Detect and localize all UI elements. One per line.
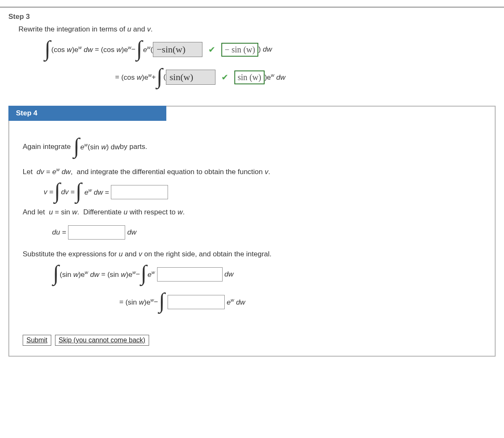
answer-box-1[interactable]: −sin(w): [153, 42, 202, 57]
step4-srow2: = (sin w)ew − ∫ ew dw: [52, 290, 481, 314]
integral-icon: ∫: [158, 293, 165, 308]
integral-icon: ∫: [75, 183, 82, 198]
step4-substitute: Substitute the expressions for u and v o…: [23, 250, 481, 258]
step3-equation-2: = (cos w)ew + ∫ ( sin(w) ✔ sin (w) )ew d…: [44, 65, 496, 89]
step4-let-dv: Let dv = ew dw, and integrate the differ…: [23, 167, 481, 176]
step4-container: Step 4 Again integrate ∫ ew(sin w) dw by…: [8, 106, 496, 357]
step4-heading: Step 4: [8, 106, 166, 121]
skip-link[interactable]: Skip (you cannot come back): [55, 335, 149, 346]
step4-srow1: ∫ (sin w)ew dw = (sin w)ew − ∫ ew dw: [52, 263, 481, 286]
correct-answer-1: − sin (w): [221, 43, 258, 57]
submit-button[interactable]: Submit: [23, 335, 51, 346]
step4-v-eq: v = ∫ dv = ∫ ew dw =: [44, 180, 481, 204]
integral-icon: ∫: [44, 41, 51, 56]
integral-icon: ∫: [140, 266, 147, 281]
integral-icon: ∫: [156, 69, 163, 84]
step3-equation-1: ∫ (cos w)ew dw = (cos w)ew − ∫ ew( −sin(…: [44, 38, 496, 61]
integral-icon: ∫: [73, 138, 80, 154]
integrand-input-1[interactable]: [157, 267, 223, 282]
integral-icon: ∫: [53, 183, 61, 198]
v-input[interactable]: [111, 185, 168, 199]
step3-heading: Step 3: [8, 13, 496, 21]
step4-du-eq: du = dw: [52, 221, 481, 244]
step4-intro: Again integrate ∫ ew(sin w) dw by parts.: [23, 135, 481, 159]
integral-icon: ∫: [52, 266, 60, 281]
check-icon: ✔: [221, 72, 228, 82]
correct-answer-2: sin (w): [234, 70, 265, 84]
integrand-input-2[interactable]: [168, 295, 225, 309]
du-input[interactable]: [68, 225, 125, 240]
answer-box-2[interactable]: sin(w): [166, 70, 215, 85]
step4-and-let: And let u = sin w. Differentiate u with …: [23, 208, 481, 216]
integral-icon: ∫: [136, 41, 143, 56]
check-icon: ✔: [208, 44, 215, 55]
step3-intro: Rewrite the integration in terms of u an…: [18, 25, 496, 34]
